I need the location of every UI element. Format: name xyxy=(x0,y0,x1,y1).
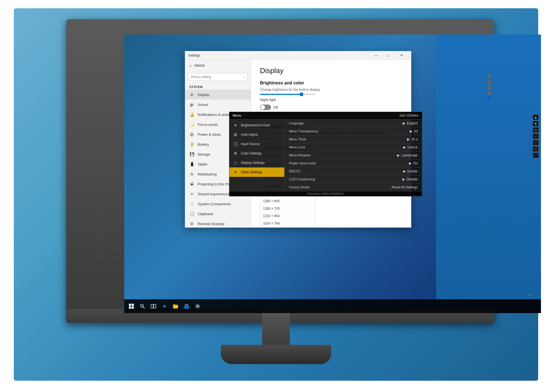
osd-setting-label-ddc: DDC/CI xyxy=(289,169,300,173)
sidebar-item-components[interactable]: □ System Components xyxy=(185,199,251,209)
taskbar-settings[interactable] xyxy=(193,301,203,311)
window-title: Settings xyxy=(188,54,370,57)
osd-settings-button[interactable]: ⚙ xyxy=(533,127,539,133)
osd-setting-value-transparency: ▶ 20 xyxy=(410,129,418,133)
taskbar: e xyxy=(124,299,541,313)
bezel-btn-2[interactable] xyxy=(487,80,491,84)
svg-point-11 xyxy=(197,305,198,307)
minimize-button[interactable]: — xyxy=(370,51,383,60)
osd-menu-input-source[interactable]: ⬛ Input Source xyxy=(229,139,284,149)
bezel-btn-3[interactable] xyxy=(487,86,491,89)
osd-down-button[interactable]: ▼ xyxy=(533,121,539,126)
sidebar-item-label: Multitasking xyxy=(198,172,217,176)
osd-setting-label-language: Language xyxy=(289,121,304,125)
input-source-icon: ⬛ xyxy=(233,141,238,147)
bezel-btn-1[interactable] xyxy=(487,74,491,78)
taskbar-task-view[interactable] xyxy=(148,301,158,311)
brightness-desc: Change brightness for the built-in displ… xyxy=(260,88,402,92)
taskbar-store[interactable] xyxy=(182,301,192,311)
storage-icon: 💾 xyxy=(189,152,194,157)
sidebar-item-label: Clipboard xyxy=(198,212,213,216)
sidebar-home[interactable]: ⌂ Home xyxy=(185,60,251,71)
sidebar-item-label: Shared experiences xyxy=(198,192,230,196)
osd-exit-button[interactable]: ✕ xyxy=(533,146,539,152)
osd-menu-display-settings[interactable]: □ Display Settings xyxy=(229,158,284,167)
sidebar-item-sound[interactable]: 🔊 Sound xyxy=(185,100,251,110)
osd-menu-color-settings[interactable]: ⚙ Color Settings xyxy=(229,149,284,158)
svg-rect-6 xyxy=(151,304,153,308)
sound-icon: 🔊 xyxy=(189,102,194,107)
resolution-item-10[interactable]: 1024 × 768 xyxy=(260,220,315,227)
home-label: Home xyxy=(194,63,205,68)
osd-title: Menu xyxy=(233,114,241,118)
osd-back-button[interactable]: ← xyxy=(533,140,539,145)
taskbar-search-button[interactable] xyxy=(137,301,147,311)
toggle-knob xyxy=(261,105,265,110)
osd-setting-value-lcd: ▶ Disable xyxy=(402,177,418,181)
svg-rect-1 xyxy=(132,304,134,306)
sidebar-item-label: Storage xyxy=(198,152,210,156)
brightness-slider[interactable] xyxy=(260,94,315,95)
osd-arrow-right: ▶ xyxy=(403,169,406,173)
shared-icon: ✕ xyxy=(189,191,194,196)
search-input[interactable] xyxy=(188,73,248,81)
taskbar-explorer[interactable] xyxy=(171,301,181,311)
osd-menu-other-settings[interactable]: ≡ Other Settings xyxy=(229,167,284,177)
resolution-item-11[interactable]: 800 × 600 xyxy=(260,227,315,228)
resolution-item-7[interactable]: 1280 × 800 xyxy=(260,198,315,205)
monitor-stand-neck xyxy=(262,309,290,348)
maximize-button[interactable]: □ xyxy=(383,51,395,60)
osd-menu-auto-adjust[interactable]: ⊞ Auto Adjust xyxy=(229,130,284,139)
osd-page-indicator: 2/4 xyxy=(528,294,532,297)
osd-overlay: Menu Dell 2209WA ☀ Brightness/Contrast ⊞… xyxy=(229,112,422,196)
osd-power-button[interactable]: ● xyxy=(533,153,539,158)
osd-menu-label: Color Settings xyxy=(241,151,262,155)
sidebar-item-label: Power & sleep xyxy=(198,132,221,137)
osd-setting-label-lock: Menu Lock xyxy=(289,145,305,149)
windows-logo-icon xyxy=(129,303,134,309)
osd-setting-language: Language ▶ English xyxy=(285,119,422,127)
svg-rect-7 xyxy=(154,304,156,308)
sidebar-item-label: Sound xyxy=(198,103,208,107)
close-button[interactable]: ✕ xyxy=(395,51,408,60)
osd-setting-timer: Menu Timer ▶ 20 s xyxy=(285,135,422,143)
svg-line-5 xyxy=(143,307,145,308)
search-box[interactable]: ⌕ xyxy=(188,73,248,81)
osd-setting-value-rotation: ▶ Landscape xyxy=(397,153,418,157)
sidebar-item-display[interactable]: 🖥 Display xyxy=(185,90,251,100)
osd-setting-value-factory-reset: Reset All Settings xyxy=(392,185,418,189)
night-light-toggle[interactable] xyxy=(260,105,271,110)
brightness-slider-container[interactable] xyxy=(260,94,402,95)
home-icon: ⌂ xyxy=(189,63,192,68)
osd-setting-value-ddc: ▶ Enable xyxy=(403,169,418,173)
sidebar-item-label: Notifications & actions xyxy=(198,113,233,117)
osd-menu-label: Auto Adjust xyxy=(241,133,258,137)
resolution-item-8[interactable]: 1280 × 720 xyxy=(260,205,315,212)
bezel-btn-4[interactable] xyxy=(487,91,491,95)
osd-up-button[interactable]: ▲ xyxy=(533,114,539,120)
sidebar-item-label: Remote Desktop xyxy=(198,222,224,226)
osd-setting-factory-reset: Factory Reset Reset All Settings xyxy=(285,183,422,191)
projecting-icon: 📽 xyxy=(189,182,194,186)
night-light-toggle-row: Off xyxy=(260,105,402,110)
search-taskbar-icon xyxy=(140,303,145,309)
power-icon: ⏻ xyxy=(189,132,194,137)
notifications-icon: 🔔 xyxy=(189,112,194,117)
svg-rect-9 xyxy=(173,304,175,305)
brightness-slider-thumb xyxy=(299,92,303,96)
osd-arrow-right: ▶ xyxy=(403,145,406,149)
taskbar-edge[interactable]: e xyxy=(160,301,169,311)
osd-menu-label: Display Settings xyxy=(241,161,265,165)
osd-arrow-right: ▶ xyxy=(410,129,412,133)
osd-ok-button[interactable]: ✓ xyxy=(533,134,539,139)
resolution-item-9[interactable]: 1152 × 864 xyxy=(260,212,315,220)
task-view-icon xyxy=(151,303,156,309)
page-title: Display xyxy=(260,66,402,75)
osd-setting-value-power-save: ▶ On xyxy=(409,161,418,165)
taskbar-start-button[interactable] xyxy=(126,301,136,311)
svg-rect-3 xyxy=(132,306,134,309)
sidebar-item-clipboard[interactable]: 📋 Clipboard xyxy=(185,209,251,219)
osd-menu-brightness[interactable]: ☀ Brightness/Contrast xyxy=(229,121,284,130)
sidebar-item-remote[interactable]: 🖥 Remote Desktop xyxy=(185,219,251,228)
svg-rect-2 xyxy=(129,306,131,309)
